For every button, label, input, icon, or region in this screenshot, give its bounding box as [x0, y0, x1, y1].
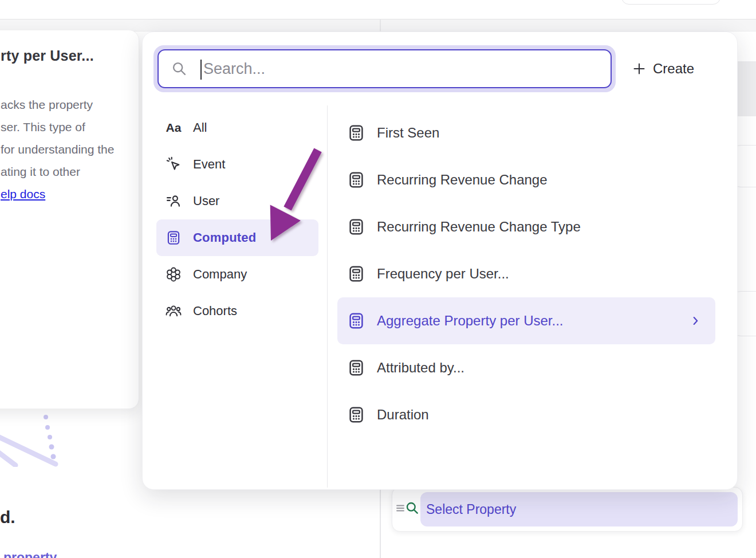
background-panel-fragment	[738, 61, 756, 116]
select-property-label: Select Property	[426, 502, 516, 517]
sidebar-item-computed[interactable]: Computed	[156, 219, 318, 256]
property-item-attributed-by[interactable]: Attributed by...	[337, 344, 715, 391]
sidebar-item-label: Computed	[193, 230, 256, 245]
calculator-icon	[347, 406, 365, 424]
sidebar-item-label: User	[193, 194, 219, 209]
property-item-recurring-revenue-change-type[interactable]: Recurring Revenue Change Type	[337, 203, 715, 250]
property-item-label: Aggregate Property per User...	[377, 313, 564, 329]
clipped-link-fragment[interactable]: property	[3, 550, 57, 558]
event-icon	[166, 156, 182, 172]
calculator-icon	[347, 265, 365, 283]
property-picker-modal: Create AaAllEventUserComputedCompanyCoho…	[142, 32, 738, 490]
app-root: rty per User... acks the property ser. T…	[0, 0, 756, 558]
sidebar-item-label: Company	[193, 267, 247, 282]
property-item-label: Recurring Revenue Change Type	[377, 219, 581, 235]
chevron-right-icon	[689, 315, 702, 327]
sidebar-item-user[interactable]: User	[156, 183, 318, 219]
calculator-icon	[347, 171, 365, 189]
property-item-label: Attributed by...	[377, 360, 464, 376]
property-item-label: Duration	[377, 407, 429, 423]
property-item-label: First Seen	[377, 125, 439, 141]
help-docs-link[interactable]: elp docs	[1, 187, 45, 201]
select-property-card: Select Property	[392, 487, 743, 532]
company-icon	[166, 266, 182, 282]
calculator-icon	[347, 124, 365, 142]
property-search-icon	[405, 501, 420, 516]
sidebar-divider	[327, 105, 328, 488]
sidebar-item-label: Event	[193, 157, 225, 172]
property-item-duration[interactable]: Duration	[337, 391, 715, 438]
user-icon	[166, 193, 182, 209]
aa-icon: Aa	[166, 120, 182, 136]
cohorts-icon	[166, 303, 182, 319]
search-focus-ring	[153, 45, 616, 92]
category-sidebar: AaAllEventUserComputedCompanyCohorts	[156, 109, 318, 329]
clipped-heading-fragment: d.	[0, 508, 15, 527]
tooltip-body-line: ser. This type of	[1, 120, 85, 134]
plus-icon	[633, 62, 645, 75]
property-item-aggregate-property-per-user[interactable]: Aggregate Property per User...	[337, 297, 715, 344]
search-input[interactable]	[159, 50, 611, 87]
calculator-icon	[347, 218, 365, 236]
create-label: Create	[653, 61, 694, 77]
tooltip-body-line: acks the property	[1, 98, 93, 112]
property-item-first-seen[interactable]: First Seen	[337, 109, 715, 156]
sidebar-item-company[interactable]: Company	[156, 256, 318, 293]
sidebar-item-event[interactable]: Event	[156, 146, 318, 183]
property-tooltip-card: rty per User... acks the property ser. T…	[0, 30, 139, 409]
property-item-label: Frequency per User...	[377, 266, 509, 282]
select-property-button[interactable]: Select Property	[420, 492, 738, 526]
calculator-icon	[347, 312, 365, 330]
tooltip-body-line: for understanding the	[1, 143, 114, 156]
tooltip-title: rty per User...	[1, 48, 94, 64]
calculator-icon	[166, 230, 182, 246]
sidebar-item-cohorts[interactable]: Cohorts	[156, 293, 318, 329]
drag-handle-icon[interactable]	[395, 503, 405, 513]
sidebar-item-label: All	[193, 120, 207, 135]
decorative-illustration	[0, 410, 63, 467]
property-list: First SeenRecurring Revenue ChangeRecurr…	[337, 109, 715, 438]
partial-top-button[interactable]	[621, 0, 720, 5]
calculator-icon	[347, 359, 365, 377]
property-item-label: Recurring Revenue Change	[377, 172, 548, 188]
property-item-frequency-per-user[interactable]: Frequency per User...	[337, 250, 715, 297]
tooltip-body-line: ating it to other	[1, 165, 80, 179]
sidebar-item-all[interactable]: AaAll	[156, 109, 318, 146]
create-button[interactable]: Create	[633, 56, 694, 82]
sidebar-item-label: Cohorts	[193, 304, 237, 319]
property-item-recurring-revenue-change[interactable]: Recurring Revenue Change	[337, 156, 715, 203]
search-field	[158, 49, 612, 88]
